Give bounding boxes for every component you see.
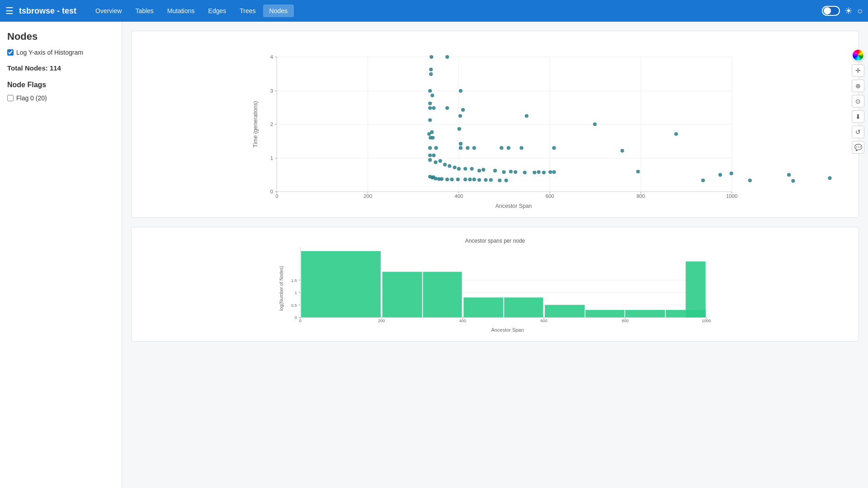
svg-point-54 — [519, 146, 523, 150]
flag-0-label: Flag 0 (20) — [16, 94, 47, 102]
svg-text:2: 2 — [270, 122, 273, 127]
tab-trees[interactable]: Trees — [233, 5, 262, 17]
svg-point-80 — [636, 170, 640, 174]
sidebar-title: Nodes — [7, 31, 114, 42]
svg-point-74 — [523, 171, 527, 174]
histogram-container: Ancestor spans per node log(Number of No… — [131, 227, 859, 342]
theme-toggle[interactable] — [822, 6, 840, 16]
svg-point-53 — [507, 146, 510, 150]
svg-point-82 — [730, 172, 733, 175]
help-button[interactable]: 💬 — [852, 141, 864, 154]
svg-point-63 — [448, 164, 451, 168]
tab-tables[interactable]: Tables — [129, 5, 160, 17]
svg-text:0: 0 — [299, 319, 302, 323]
svg-point-38 — [428, 118, 432, 122]
svg-text:1000: 1000 — [726, 193, 737, 199]
svg-point-51 — [472, 146, 476, 150]
svg-point-37 — [525, 114, 528, 117]
scatter-svg: Time (generations) Ancestor Span — [139, 38, 851, 210]
sidebar: Nodes Log Y-axis of Histogram Total Node… — [0, 22, 122, 488]
svg-point-64 — [453, 165, 457, 169]
toggle-knob — [824, 7, 831, 14]
svg-point-102 — [701, 178, 705, 182]
svg-point-44 — [431, 136, 434, 140]
svg-point-26 — [429, 68, 433, 71]
svg-point-77 — [542, 171, 546, 174]
svg-text:3: 3 — [270, 88, 273, 94]
svg-text:800: 800 — [622, 319, 628, 323]
svg-text:1000: 1000 — [702, 319, 711, 323]
svg-point-93 — [456, 178, 460, 181]
menu-icon[interactable]: ☰ — [5, 5, 14, 16]
sun-icon[interactable]: ☀ — [844, 5, 853, 16]
svg-point-42 — [430, 130, 434, 134]
svg-point-95 — [468, 178, 472, 181]
moon-icon[interactable]: ○ — [857, 6, 863, 16]
scatter-plot-container: Time (generations) Ancestor Span — [131, 31, 859, 218]
svg-point-96 — [472, 178, 476, 181]
tab-overview[interactable]: Overview — [89, 5, 128, 17]
svg-point-39 — [593, 122, 597, 126]
scatter-plot[interactable]: Time (generations) Ancestor Span — [139, 38, 851, 210]
zoom-out-button[interactable]: ⊕ — [852, 80, 864, 92]
svg-point-24 — [429, 55, 433, 59]
svg-point-50 — [466, 146, 469, 150]
svg-point-49 — [459, 146, 462, 150]
svg-point-92 — [450, 178, 453, 181]
svg-text:400: 400 — [454, 193, 463, 199]
refresh-button[interactable]: ↺ — [852, 126, 864, 138]
tab-edges[interactable]: Edges — [202, 5, 233, 17]
log-y-checkbox[interactable] — [7, 49, 14, 56]
svg-point-31 — [430, 94, 434, 97]
svg-point-25 — [445, 55, 449, 59]
svg-point-67 — [470, 167, 474, 170]
main-layout: Nodes Log Y-axis of Histogram Total Node… — [0, 22, 868, 488]
flag-row: Flag 0 (20) — [7, 94, 114, 102]
svg-point-83 — [787, 173, 791, 177]
svg-point-34 — [445, 106, 449, 110]
log-y-row: Log Y-axis of Histogram — [7, 49, 114, 56]
lasso-button[interactable]: ⊙ — [852, 95, 864, 108]
svg-rect-137 — [463, 297, 503, 317]
svg-text:0: 0 — [270, 189, 273, 194]
app-title: tsbrowse - test — [19, 6, 76, 16]
svg-text:800: 800 — [637, 193, 645, 199]
download-button[interactable]: ⬇ — [852, 110, 864, 123]
svg-point-72 — [509, 170, 513, 174]
svg-point-62 — [443, 163, 447, 166]
svg-text:400: 400 — [459, 319, 466, 323]
svg-point-81 — [718, 173, 722, 177]
svg-rect-135 — [382, 272, 422, 318]
svg-point-60 — [434, 160, 437, 164]
svg-text:200: 200 — [363, 193, 372, 199]
svg-point-35 — [461, 108, 465, 112]
svg-point-29 — [428, 102, 432, 105]
svg-point-91 — [445, 178, 449, 181]
svg-point-32 — [428, 106, 432, 110]
flag-0-checkbox[interactable] — [7, 95, 14, 101]
svg-rect-134 — [301, 251, 381, 318]
tab-mutations[interactable]: Mutations — [161, 5, 201, 17]
histogram-plot[interactable]: Ancestor spans per node log(Number of No… — [139, 235, 851, 334]
svg-text:600: 600 — [546, 193, 554, 199]
svg-point-55 — [552, 146, 556, 150]
chart-toolbar: ✛ ⊕ ⊙ ⬇ ↺ 💬 — [852, 49, 864, 154]
svg-rect-141 — [625, 310, 665, 318]
svg-point-98 — [484, 178, 487, 182]
tab-nodes[interactable]: Nodes — [263, 5, 294, 17]
color-wheel-icon[interactable] — [852, 49, 864, 61]
svg-rect-139 — [545, 305, 585, 318]
log-y-label: Log Y-axis of Histogram — [16, 49, 83, 56]
svg-point-33 — [432, 106, 435, 110]
svg-point-79 — [552, 170, 556, 174]
svg-text:log(Number of Nodes): log(Number of Nodes) — [279, 266, 284, 311]
svg-point-48 — [434, 146, 438, 150]
svg-point-52 — [500, 146, 503, 150]
svg-point-94 — [463, 178, 467, 181]
svg-rect-136 — [423, 272, 462, 318]
svg-point-61 — [439, 159, 442, 163]
zoom-in-button[interactable]: ✛ — [852, 64, 864, 77]
svg-text:200: 200 — [378, 319, 385, 323]
svg-text:0: 0 — [275, 193, 278, 199]
svg-point-28 — [428, 89, 432, 93]
